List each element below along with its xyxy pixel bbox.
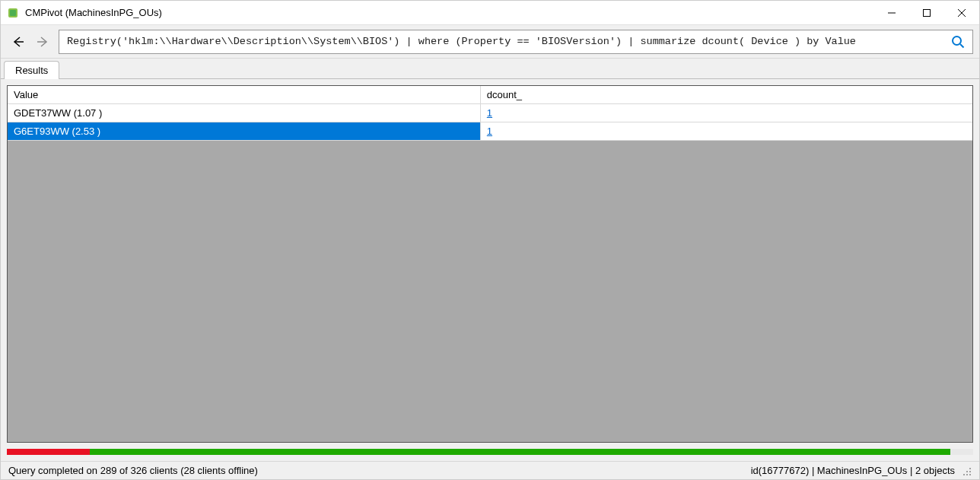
dcount-link[interactable]: 1	[487, 126, 492, 137]
dcount-link[interactable]: 1	[487, 107, 492, 119]
table-row[interactable]: G6ET93WW (2.53 ) 1	[8, 122, 972, 141]
table-row[interactable]: GDET37WW (1.07 ) 1	[8, 104, 972, 122]
title-bar-left: CMPivot (MachinesInPG_OUs)	[7, 7, 162, 19]
svg-point-8	[953, 37, 961, 45]
svg-rect-3	[924, 9, 931, 16]
svg-point-15	[969, 474, 971, 475]
svg-line-9	[960, 44, 964, 48]
window-title: CMPivot (MachinesInPG_OUs)	[25, 7, 162, 18]
grid-header-row: Value dcount_	[8, 86, 972, 104]
svg-point-12	[969, 471, 971, 472]
content-area: Value dcount_ GDET37WW (1.07 ) 1 G6ET93W…	[1, 78, 979, 461]
cell-value: GDET37WW (1.07 )	[8, 104, 480, 122]
resize-grip-icon[interactable]	[961, 466, 972, 476]
tab-strip: Results	[1, 59, 979, 78]
status-right-group: id(16777672) | MachinesInPG_OUs | 2 obje…	[751, 465, 972, 476]
progress-offline-segment	[7, 449, 90, 455]
maximize-button[interactable]	[909, 1, 944, 24]
close-button[interactable]	[944, 1, 979, 24]
query-box	[59, 30, 973, 54]
app-icon	[7, 7, 19, 19]
cell-dcount: 1	[480, 122, 972, 141]
tab-results[interactable]: Results	[4, 61, 59, 79]
status-left: Query completed on 289 of 326 clients (2…	[8, 465, 258, 476]
svg-point-11	[966, 471, 968, 472]
progress-remaining-segment	[950, 449, 973, 455]
cell-dcount: 1	[480, 104, 972, 122]
progress-complete-segment	[90, 449, 950, 455]
search-button[interactable]	[947, 31, 969, 52]
back-button[interactable]	[7, 31, 28, 52]
toolbar	[1, 25, 979, 59]
title-bar: CMPivot (MachinesInPG_OUs)	[1, 1, 979, 25]
results-grid-wrap: Value dcount_ GDET37WW (1.07 ) 1 G6ET93W…	[7, 85, 973, 443]
window-controls	[874, 1, 979, 24]
column-header-dcount[interactable]: dcount_	[480, 86, 972, 104]
progress-bar	[7, 449, 973, 455]
svg-point-13	[963, 474, 965, 475]
status-right: id(16777672) | MachinesInPG_OUs | 2 obje…	[751, 465, 955, 476]
svg-point-14	[966, 474, 968, 475]
minimize-button[interactable]	[874, 1, 909, 24]
query-input[interactable]	[67, 36, 947, 47]
svg-point-10	[969, 468, 971, 469]
cell-value: G6ET93WW (2.53 )	[8, 122, 480, 141]
forward-button[interactable]	[33, 31, 54, 52]
status-bar: Query completed on 289 of 326 clients (2…	[1, 461, 979, 479]
column-header-value[interactable]: Value	[8, 86, 480, 104]
svg-rect-1	[10, 10, 16, 16]
results-grid: Value dcount_ GDET37WW (1.07 ) 1 G6ET93W…	[8, 86, 972, 141]
